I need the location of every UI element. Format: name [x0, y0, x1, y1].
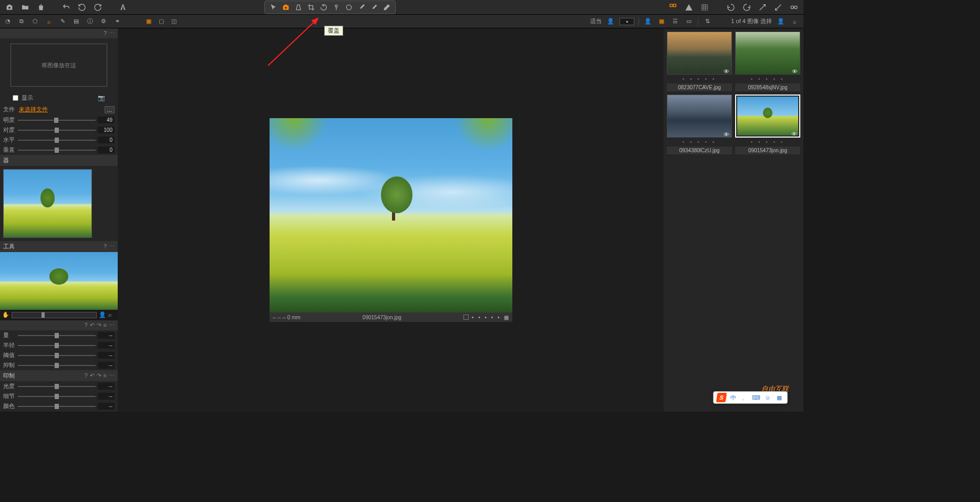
brush-icon[interactable]: [356, 2, 367, 13]
slider-track[interactable]: [18, 355, 96, 356]
single-view-icon[interactable]: ▢: [157, 17, 166, 26]
search-icon[interactable]: ⌕: [790, 17, 799, 26]
thumbnail-image[interactable]: 👁: [735, 32, 800, 75]
loupe-nav-icon[interactable]: ⌕: [108, 311, 116, 319]
redo-adj-icon[interactable]: ↷: [97, 372, 101, 379]
browse-button[interactable]: ...: [105, 106, 115, 113]
collapse-icon[interactable]: [773, 2, 783, 13]
undo-step-icon[interactable]: [61, 2, 71, 13]
slider-track[interactable]: [18, 396, 96, 397]
folder-icon[interactable]: [20, 2, 30, 13]
slider-value[interactable]: --: [98, 362, 115, 369]
slider-value[interactable]: --: [98, 332, 115, 339]
person-nav-icon[interactable]: 👤: [99, 311, 106, 319]
slider-track[interactable]: [18, 120, 96, 121]
drop-icon[interactable]: ◔: [3, 17, 13, 26]
hand-icon[interactable]: ✋: [2, 311, 9, 319]
main-image[interactable]: [270, 118, 512, 312]
glasses-icon[interactable]: [789, 2, 799, 13]
navigator-preview[interactable]: [3, 169, 92, 238]
keystone-icon[interactable]: [293, 2, 304, 13]
share-icon[interactable]: ⚭: [112, 17, 122, 26]
help-icon[interactable]: ?: [84, 322, 87, 329]
grid-icon[interactable]: [699, 2, 710, 13]
person-icon[interactable]: 👤: [606, 17, 615, 26]
more-icon[interactable]: ⋯: [109, 322, 115, 329]
ime-toolbar[interactable]: S 中 、 ⌨ ☺ ▦: [713, 391, 788, 404]
rating-select[interactable]: •: [620, 18, 634, 25]
spot-icon[interactable]: [331, 2, 342, 13]
help-icon[interactable]: ?: [104, 243, 107, 250]
redo-adj-icon[interactable]: ↷: [97, 322, 101, 329]
ime-keyboard-icon[interactable]: ⌨: [751, 393, 761, 402]
slider-track[interactable]: [18, 406, 96, 407]
crop-icon[interactable]: [306, 2, 316, 13]
menu-icon[interactable]: ≡: [104, 372, 107, 379]
slider-value[interactable]: 49: [98, 117, 115, 123]
slider-value[interactable]: 100: [98, 127, 115, 133]
camera-small-icon[interactable]: 📷: [98, 95, 105, 101]
more-icon[interactable]: ⋯: [109, 372, 115, 379]
warning-icon[interactable]: [684, 2, 694, 13]
pentagon-icon[interactable]: ⬠: [30, 17, 40, 26]
rotate-ccw-icon[interactable]: [726, 2, 736, 13]
slider-track[interactable]: [18, 386, 96, 387]
split-view-icon[interactable]: ◫: [169, 17, 179, 26]
tag-box[interactable]: [463, 315, 469, 320]
thumbnail-rating[interactable]: • • • • •: [735, 138, 800, 147]
slider-value[interactable]: 0: [98, 137, 115, 143]
slider-value[interactable]: --: [98, 393, 115, 400]
thumbnail-cell[interactable]: 👁• • • • •09015473jon.jpg: [735, 95, 800, 154]
slider-track[interactable]: [18, 345, 96, 346]
ime-punct-icon[interactable]: 、: [740, 393, 749, 402]
thumbnail-rating[interactable]: • • • • •: [667, 75, 732, 83]
gallery-view-icon[interactable]: ▦: [144, 17, 153, 26]
overlay-icon[interactable]: [281, 2, 291, 13]
thumbnail-image[interactable]: 👁: [667, 32, 732, 75]
slider-value[interactable]: --: [98, 403, 115, 410]
file-link[interactable]: 未选择文件: [19, 106, 101, 113]
thumbnail-cell[interactable]: 👁• • • • •0934380lCzU.jpg: [667, 95, 732, 154]
help-icon[interactable]: ?: [104, 30, 107, 37]
slider-track[interactable]: [18, 365, 96, 366]
ime-mode[interactable]: 中: [728, 393, 738, 402]
slider-track[interactable]: [18, 130, 96, 131]
rotate-cw-icon[interactable]: [741, 2, 752, 13]
thumbnail-cell[interactable]: 👁• • • • •0928548sjNV.jpg: [735, 32, 800, 91]
pointer-icon[interactable]: [268, 2, 278, 13]
ime-settings-icon[interactable]: ▦: [775, 393, 784, 402]
ime-logo[interactable]: S: [716, 393, 727, 402]
circle-icon[interactable]: [344, 2, 354, 13]
zoom-track[interactable]: [12, 312, 97, 318]
undo-adj-icon[interactable]: ↶: [90, 372, 95, 379]
gear-icon[interactable]: ⚙: [99, 17, 108, 26]
rotate-icon[interactable]: [318, 2, 329, 13]
fit-label[interactable]: 适当: [590, 17, 602, 25]
pencil-icon[interactable]: ✎: [58, 17, 67, 26]
page-icon[interactable]: ▤: [71, 17, 81, 26]
undo-adj-icon[interactable]: ↶: [90, 322, 95, 329]
expand-icon[interactable]: [757, 2, 768, 13]
person2-icon[interactable]: 👤: [776, 17, 786, 26]
drop-zone[interactable]: 将图像放在这: [11, 44, 107, 87]
filmstrip-icon[interactable]: ▭: [684, 17, 694, 26]
slider-track[interactable]: [18, 335, 96, 336]
thumbnail-image[interactable]: 👁: [667, 95, 732, 138]
slider-value[interactable]: --: [98, 342, 115, 349]
slider-value[interactable]: --: [98, 383, 115, 390]
sort-icon[interactable]: ⇅: [703, 17, 712, 26]
rating-dots[interactable]: • • • • •: [472, 315, 501, 320]
help-icon[interactable]: ?: [84, 372, 87, 379]
thumbnail-cell[interactable]: 👁• • • • •0823077CAVE.jpg: [667, 32, 732, 91]
text-style-icon[interactable]: [118, 2, 128, 13]
more-icon[interactable]: ⋯: [109, 30, 115, 37]
show-checkbox[interactable]: [13, 95, 18, 101]
tool-preview[interactable]: [0, 252, 118, 310]
thumbnail-image[interactable]: 👁: [735, 95, 800, 138]
healing-icon[interactable]: [369, 2, 379, 13]
thumb-grid-icon[interactable]: ▦: [657, 17, 666, 26]
venn-icon[interactable]: ⧉: [17, 17, 26, 26]
slider-value[interactable]: 0: [98, 147, 115, 153]
menu-icon[interactable]: ≡: [104, 322, 107, 329]
trash-icon[interactable]: [36, 2, 46, 13]
